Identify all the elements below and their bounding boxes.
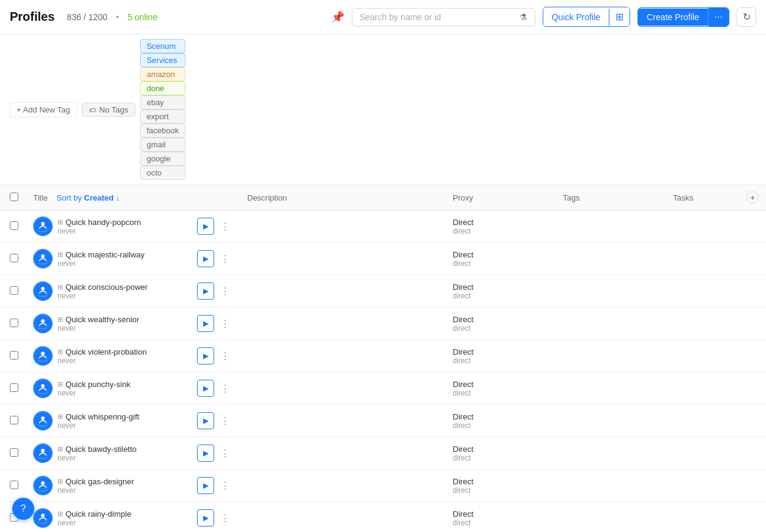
row-checkbox[interactable] (10, 319, 18, 327)
avatar-svg (34, 445, 51, 462)
more-options-button[interactable]: ⋮ (218, 478, 232, 493)
svg-point-13 (41, 416, 45, 420)
play-button[interactable]: ▶ (197, 380, 214, 397)
play-button[interactable]: ▶ (197, 445, 214, 462)
profile-avatar (33, 443, 53, 463)
row-checkbox-cell (0, 210, 26, 243)
row-checkbox[interactable] (10, 254, 18, 262)
row-tags-cell (556, 308, 666, 340)
row-checkbox-cell (0, 308, 26, 340)
row-checkbox[interactable] (10, 286, 18, 295)
avatar-svg (34, 347, 51, 364)
description-header: Description (240, 185, 445, 210)
tag-export[interactable]: export (140, 109, 186, 124)
os-icon: ⊞ (58, 348, 63, 356)
play-button[interactable]: ▶ (197, 509, 214, 526)
more-options-button[interactable]: ⋮ (218, 511, 232, 525)
os-icon: ⊞ (58, 478, 63, 486)
tag-ebay[interactable]: ebay (140, 95, 186, 109)
profile-name: ⊞ Quick bawdy-stiletto (58, 445, 136, 454)
proxy-type: Direct (453, 315, 548, 324)
row-extra-cell (739, 308, 766, 340)
select-all-checkbox[interactable] (10, 193, 18, 201)
play-button[interactable]: ▶ (197, 412, 214, 429)
more-options-button[interactable]: ⋮ (218, 446, 232, 460)
row-checkbox[interactable] (10, 448, 18, 457)
tag-amazon[interactable]: amazon (140, 67, 186, 81)
more-options-button[interactable]: ⋮ (218, 381, 232, 396)
row-checkbox[interactable] (10, 416, 18, 424)
row-tags-cell (556, 275, 666, 308)
add-tag-button[interactable]: + Add New Tag (10, 102, 77, 117)
play-button[interactable]: ▶ (197, 477, 214, 494)
row-tags-cell (556, 502, 666, 533)
more-options-button[interactable]: ⋮ (218, 349, 232, 363)
svg-point-15 (41, 449, 45, 453)
filter-icon[interactable]: ⚗ (519, 12, 527, 22)
row-tags-cell (556, 470, 666, 502)
svg-point-9 (41, 352, 45, 355)
row-extra-cell (739, 502, 766, 533)
tag-scenum[interactable]: Scenum (140, 39, 186, 53)
proxy-type: Direct (453, 477, 548, 486)
avatar-svg (34, 218, 51, 235)
profile-info: ⊞ Quick punchy-sink never (58, 380, 130, 397)
create-profile-button[interactable]: Create Profile ··· (638, 7, 729, 27)
row-checkbox[interactable] (10, 221, 18, 230)
row-tasks-cell (666, 437, 739, 470)
title-actions: ▶ ⋮ (197, 445, 232, 462)
refresh-button[interactable]: ↻ (737, 7, 756, 27)
row-title-cell: ⊞ Quick majestic-railway never ▶ ⋮ (26, 243, 240, 275)
add-column-header[interactable]: + (739, 185, 766, 210)
proxy-type: Direct (453, 412, 548, 421)
quick-profile-button[interactable]: Quick Profile ⊞ (543, 7, 630, 27)
search-input[interactable] (360, 12, 515, 22)
row-tasks-cell (666, 243, 739, 275)
more-options-button[interactable]: ⋮ (218, 251, 232, 266)
help-button[interactable]: ? (12, 498, 34, 520)
more-options-button[interactable]: ⋮ (218, 316, 232, 331)
sort-label: Sort by Created ↓ (57, 193, 120, 202)
profile-info: ⊞ Quick majestic-railway never (58, 250, 144, 268)
row-checkbox[interactable] (10, 351, 18, 360)
profile-info: ⊞ Quick bawdy-stiletto never (58, 445, 136, 462)
row-checkbox[interactable] (10, 383, 18, 392)
row-checkbox-cell (0, 275, 26, 308)
more-options-button[interactable]: ⋮ (218, 284, 232, 298)
svg-point-19 (41, 514, 45, 517)
row-checkbox[interactable] (10, 481, 18, 489)
pin-icon[interactable]: 📌 (331, 10, 344, 24)
tag-facebook[interactable]: facebook (140, 124, 186, 138)
tag-gmail[interactable]: gmail (140, 138, 186, 152)
profile-avatar (33, 508, 53, 528)
tag-services[interactable]: Services (140, 53, 186, 67)
row-title-cell: ⊞ Quick wealthy-senior never ▶ ⋮ (26, 308, 240, 340)
play-button[interactable]: ▶ (197, 218, 214, 235)
tag-octo[interactable]: octo (140, 166, 186, 180)
play-button[interactable]: ▶ (197, 283, 214, 300)
play-button[interactable]: ▶ (197, 315, 214, 332)
row-title-cell: ⊞ Quick punchy-sink never ▶ ⋮ (26, 372, 240, 405)
more-options-button[interactable]: ⋮ (218, 219, 232, 234)
tag-google[interactable]: google (140, 152, 186, 166)
tag-done[interactable]: done (140, 81, 186, 95)
row-description-cell (240, 437, 445, 470)
row-title-cell: ⊞ Quick gas-designer never ▶ ⋮ (26, 470, 240, 502)
more-options-button[interactable]: ⋮ (218, 413, 232, 428)
table-row: ⊞ Quick punchy-sink never ▶ ⋮ Direct dir… (0, 372, 766, 405)
no-tags-tag[interactable]: 🏷 No Tags (82, 103, 135, 117)
profile-avatar (33, 346, 53, 366)
title-actions: ▶ ⋮ (197, 380, 232, 397)
row-tags-cell (556, 210, 666, 243)
row-description-cell (240, 470, 445, 502)
proxy-detail: direct (453, 227, 548, 235)
profile-info: ⊞ Quick rainy-dimple never (58, 509, 132, 527)
play-button[interactable]: ▶ (197, 250, 214, 267)
profile-avatar (33, 281, 53, 301)
row-proxy-cell: Direct direct (445, 470, 556, 502)
proxy-type: Direct (453, 347, 548, 357)
profile-avatar (33, 476, 53, 495)
play-button[interactable]: ▶ (197, 347, 214, 364)
avatar-svg (34, 250, 51, 267)
os-icon: ⊞ (58, 380, 63, 388)
